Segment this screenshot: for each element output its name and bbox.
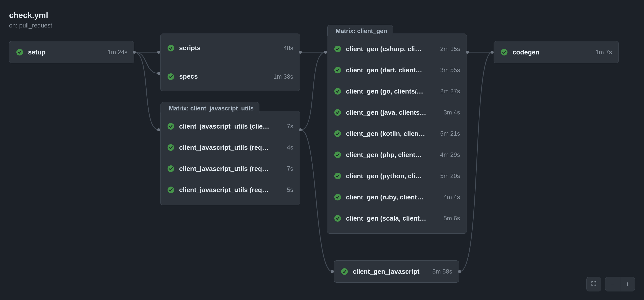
job-duration: 5m 6s — [444, 215, 460, 222]
success-icon — [334, 193, 341, 201]
matrix-job-row[interactable]: client_gen (php, client… 4m 29s — [327, 144, 467, 165]
matrix-job-row[interactable]: client_gen (csharp, cli… 2m 15s — [327, 38, 467, 59]
zoom-out-button[interactable]: − — [605, 277, 620, 291]
connector-dot — [324, 51, 327, 54]
job-name: client_gen (scala, client… — [346, 215, 440, 222]
success-icon — [334, 87, 341, 95]
matrix-label: Matrix: client_javascript_utils — [160, 102, 259, 113]
success-icon — [167, 144, 175, 151]
job-name: client_gen (csharp, cli… — [346, 45, 436, 53]
job-duration: 3m 4s — [444, 109, 460, 116]
fullscreen-icon — [591, 281, 597, 287]
job-name: client_gen (php, client… — [346, 151, 436, 159]
matrix-job-row[interactable]: client_gen (ruby, client… 4m 4s — [327, 187, 467, 208]
connector-dot — [331, 270, 334, 273]
job-duration: 5s — [287, 186, 293, 193]
matrix-job-row[interactable]: client_gen (kotlin, clien… 5m 21s — [327, 123, 467, 144]
job-name: setup — [28, 48, 103, 56]
job-name: client_gen (ruby, client… — [346, 193, 440, 201]
job-name: client_gen (go, clients/… — [346, 87, 436, 95]
matrix-job-row[interactable]: client_gen (dart, client… 3m 55s — [327, 59, 467, 81]
job-name: client_javascript_utils (req… — [179, 186, 283, 194]
job-client-gen-javascript[interactable]: client_gen_javascript 5m 58s — [334, 260, 459, 283]
success-icon — [167, 73, 175, 80]
matrix-job-row[interactable]: client_gen (scala, client… 5m 6s — [327, 208, 467, 229]
matrix-job-row[interactable]: client_gen (go, clients/… 2m 27s — [327, 81, 467, 102]
connector-dot — [466, 51, 469, 54]
success-icon — [334, 45, 341, 53]
matrix-job-row[interactable]: client_javascript_utils (req… 4s — [160, 137, 300, 158]
job-duration: 7s — [287, 123, 293, 130]
workflow-trigger: on: pull_request — [9, 22, 52, 29]
job-name: client_gen (kotlin, clien… — [346, 130, 436, 138]
matrix-job-row[interactable]: client_gen (java, clients… 3m 4s — [327, 102, 467, 123]
success-icon — [341, 268, 348, 275]
success-icon — [334, 109, 341, 116]
job-duration: 4s — [287, 144, 293, 151]
connector-dot — [458, 270, 461, 273]
success-icon — [334, 172, 341, 180]
job-group-scripts-specs: scripts 48s specs 1m 38s — [160, 34, 300, 91]
success-icon — [167, 44, 175, 52]
success-icon — [167, 165, 175, 172]
job-name: client_javascript_utils (req… — [179, 144, 283, 152]
workflow-graph[interactable]: check.yml on: pull_request setup 1m 24s … — [0, 0, 644, 300]
success-icon — [167, 123, 175, 130]
job-setup[interactable]: setup 1m 24s — [9, 41, 134, 63]
job-name: codegen — [513, 48, 592, 56]
connector-dot — [157, 72, 160, 75]
job-duration: 5m 58s — [432, 268, 452, 275]
plus-icon: + — [625, 280, 629, 288]
job-name: client_gen (java, clients… — [346, 109, 440, 116]
matrix-job-row[interactable]: client_javascript_utils (req… 5s — [160, 179, 300, 200]
connector-dot — [491, 51, 494, 54]
matrix-label: Matrix: client_gen — [327, 25, 393, 36]
job-name: client_javascript_utils (clie… — [179, 123, 283, 130]
matrix-client-gen: Matrix: client_gen client_gen (csharp, c… — [327, 34, 467, 234]
job-duration: 1m 7s — [596, 49, 612, 56]
workflow-title: check.yml — [9, 11, 52, 20]
job-duration: 2m 27s — [440, 88, 460, 95]
job-duration: 5m 21s — [440, 130, 460, 137]
job-name: client_gen_javascript — [353, 268, 428, 276]
success-icon — [16, 48, 23, 56]
matrix-job-row[interactable]: client_javascript_utils (clie… 7s — [160, 116, 300, 137]
job-duration: 7s — [287, 165, 293, 172]
connector-dot — [157, 51, 160, 54]
job-name: client_gen (python, cli… — [346, 172, 436, 180]
zoom-controls: − + — [586, 277, 635, 291]
connector-dot — [133, 51, 136, 54]
success-icon — [500, 48, 508, 56]
job-duration: 5m 20s — [440, 172, 460, 179]
connector-dot — [299, 51, 302, 54]
job-scripts[interactable]: scripts 48s — [160, 34, 300, 62]
job-name: client_gen (dart, client… — [346, 66, 436, 74]
success-icon — [334, 151, 341, 159]
job-duration: 48s — [283, 45, 293, 52]
job-name: specs — [179, 73, 269, 80]
job-duration: 2m 15s — [440, 45, 460, 52]
job-codegen[interactable]: codegen 1m 7s — [494, 41, 619, 63]
job-specs[interactable]: specs 1m 38s — [160, 62, 300, 91]
connector-dot — [299, 128, 302, 131]
matrix-job-row[interactable]: client_javascript_utils (req… 7s — [160, 158, 300, 179]
success-icon — [167, 186, 175, 194]
minus-icon: − — [611, 280, 615, 288]
workflow-header: check.yml on: pull_request — [9, 11, 52, 29]
job-name: scripts — [179, 44, 279, 52]
fullscreen-button[interactable] — [586, 277, 601, 291]
matrix-client-javascript-utils: Matrix: client_javascript_utils client_j… — [160, 111, 300, 205]
job-duration: 1m 38s — [273, 73, 293, 80]
connector-dot — [157, 128, 160, 131]
zoom-in-button[interactable]: + — [620, 277, 635, 291]
job-duration: 4m 29s — [440, 151, 460, 158]
success-icon — [334, 215, 341, 222]
job-duration: 3m 55s — [440, 67, 460, 74]
job-name: client_javascript_utils (req… — [179, 165, 283, 173]
success-icon — [334, 66, 341, 74]
zoom-pair: − + — [605, 277, 635, 291]
job-duration: 4m 4s — [444, 194, 460, 201]
success-icon — [334, 130, 341, 137]
job-duration: 1m 24s — [108, 49, 127, 56]
matrix-job-row[interactable]: client_gen (python, cli… 5m 20s — [327, 165, 467, 187]
